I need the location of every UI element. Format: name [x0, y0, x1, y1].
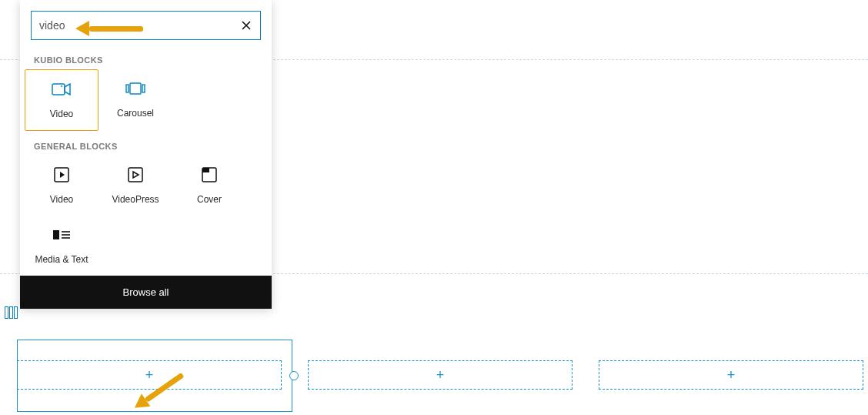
block-core-video[interactable]: Video: [25, 156, 98, 216]
block-label: Media & Text: [28, 254, 95, 265]
video-camera-icon: [28, 79, 95, 99]
carousel-icon: [102, 79, 169, 99]
block-cover[interactable]: Cover: [172, 156, 246, 216]
add-block-column-3[interactable]: +: [599, 360, 863, 390]
browse-all-button[interactable]: Browse all: [20, 276, 272, 309]
group-label-kubio: KUBIO BLOCKS: [20, 45, 272, 69]
clear-search-icon[interactable]: [239, 18, 253, 32]
block-videopress[interactable]: VideoPress: [98, 156, 172, 216]
search-input[interactable]: [31, 11, 261, 40]
svg-rect-0: [52, 84, 65, 95]
cover-icon: [175, 165, 243, 185]
resize-handle[interactable]: [289, 371, 299, 380]
block-label: Carousel: [102, 108, 169, 119]
annotation-arrow-search: [75, 21, 143, 36]
block-kubio-carousel[interactable]: Carousel: [98, 69, 172, 131]
block-label: Video: [28, 109, 95, 119]
svg-rect-6: [129, 168, 142, 182]
add-block-column-2[interactable]: +: [308, 360, 573, 390]
block-label: Cover: [175, 194, 243, 205]
svg-rect-4: [142, 85, 145, 92]
svg-rect-3: [126, 85, 129, 92]
block-label: Video: [28, 194, 95, 205]
columns-row: + + +: [17, 360, 863, 390]
block-media-text[interactable]: Media & Text: [25, 216, 98, 276]
svg-rect-9: [53, 230, 59, 239]
block-kubio-video[interactable]: Video: [25, 69, 98, 131]
svg-rect-8: [202, 168, 209, 172]
add-block-column-1[interactable]: +: [17, 360, 282, 390]
video-play-alt-icon: [102, 165, 169, 185]
svg-rect-2: [130, 83, 141, 94]
columns-icon: [5, 306, 20, 322]
media-text-icon: [28, 225, 95, 245]
svg-point-1: [61, 85, 62, 87]
block-inserter-popover: KUBIO BLOCKS Video Carousel GENERAL BLOC…: [20, 0, 272, 309]
group-label-general: GENERAL BLOCKS: [20, 131, 272, 156]
block-label: VideoPress: [102, 194, 169, 205]
video-play-icon: [28, 165, 95, 185]
